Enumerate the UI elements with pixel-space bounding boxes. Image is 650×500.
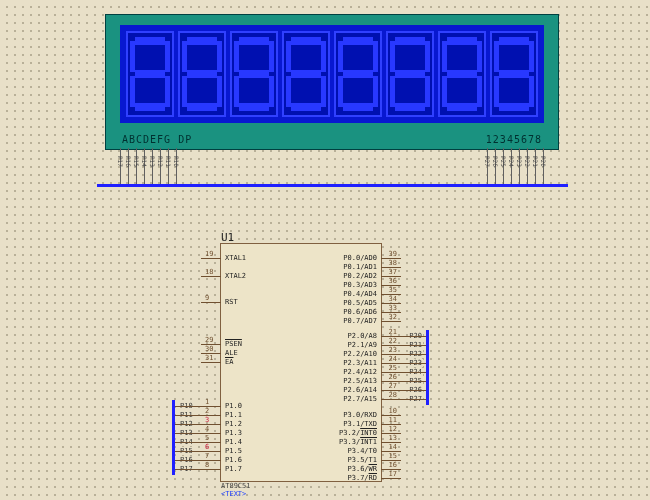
chip-pin-number: 18 <box>205 268 213 276</box>
chip-refdes: U1 <box>221 231 234 244</box>
net-wire <box>173 442 201 443</box>
chip-pin-label: ALE <box>225 349 238 357</box>
chip-pin-label: P0.4/AD4 <box>343 290 377 298</box>
chip-pin-number: 11 <box>389 416 397 424</box>
chip-pin-number: 16 <box>389 461 397 469</box>
display-pin-label: P11 <box>165 156 172 167</box>
chip-pin-number: 19 <box>205 250 213 258</box>
bus-display <box>97 184 568 187</box>
chip-pin-number: 8 <box>205 461 209 469</box>
display-pin-label: P17 <box>117 156 124 167</box>
chip-pin-number: 38 <box>389 259 397 267</box>
chip-pin-number: 24 <box>389 355 397 363</box>
digit-6 <box>386 31 434 117</box>
chip-pin-number: 35 <box>389 286 397 294</box>
chip-pin-label: P0.3/AD3 <box>343 281 377 289</box>
seven-segment-display-module[interactable]: ABCDEFG DP 12345678 <box>105 14 559 150</box>
chip-pin-label: P1.0 <box>225 402 242 410</box>
chip-pin-label: P3.2/INT0 <box>339 429 377 437</box>
chip-pin-number: 5 <box>205 434 209 442</box>
chip-pin-label: P3.0/RXD <box>343 411 377 419</box>
chip-pin-label: P2.1/A9 <box>347 341 377 349</box>
display-pin-label: P25 <box>500 156 507 167</box>
display-pin-label: P22 <box>524 156 531 167</box>
chip-pin-lead <box>201 258 221 259</box>
chip-pin-number: 30 <box>205 345 213 353</box>
chip-pin-number: 32 <box>389 313 397 321</box>
segment-legend: ABCDEFG DP <box>122 134 192 145</box>
net-wire <box>401 336 429 337</box>
digit-2 <box>178 31 226 117</box>
chip-pin-label: P0.6/AD6 <box>343 308 377 316</box>
chip-pin-number: 31 <box>205 354 213 362</box>
chip-pin-lead <box>201 424 221 425</box>
chip-pin-number: 28 <box>389 391 397 399</box>
net-wire <box>401 399 429 400</box>
chip-pin-label: P2.5/A13 <box>343 377 377 385</box>
chip-pin-lead <box>201 276 221 277</box>
net-wire <box>173 451 201 452</box>
digit-3 <box>230 31 278 117</box>
chip-pin-label: P3.5/T1 <box>347 456 377 464</box>
digit-1 <box>126 31 174 117</box>
display-pin-label: P23 <box>516 156 523 167</box>
net-wire <box>173 469 201 470</box>
chip-pin-number: 3 <box>205 416 209 424</box>
chip-pin-lead <box>201 433 221 434</box>
chip-pin-label: P3.7/RD <box>347 474 377 482</box>
display-pin-label: P14 <box>141 156 148 167</box>
chip-pin-label: XTAL1 <box>225 254 246 262</box>
chip-pin-label: RST <box>225 298 238 306</box>
digit-legend: 12345678 <box>486 134 542 145</box>
display-digits <box>120 25 544 123</box>
net-wire <box>401 381 429 382</box>
chip-pin-label: P3.4/T0 <box>347 447 377 455</box>
chip-pin-label: P3.1/TXD <box>343 420 377 428</box>
mcu-chip[interactable]: U1 AT89C51 <TEXT> XTAL119XTAL218RST9PSEN… <box>220 243 382 482</box>
chip-pin-number: 34 <box>389 295 397 303</box>
display-pin-label: P13 <box>149 156 156 167</box>
chip-pin-number: 23 <box>389 346 397 354</box>
chip-pin-label: PSEN <box>225 340 242 348</box>
chip-pin-number: 12 <box>389 425 397 433</box>
chip-pin-label: P2.2/A10 <box>343 350 377 358</box>
display-pin-label: P20 <box>540 156 547 167</box>
chip-pin-label: P2.7/A15 <box>343 395 377 403</box>
display-pin-label: P24 <box>508 156 515 167</box>
net-wire <box>173 424 201 425</box>
chip-pin-number: 13 <box>389 434 397 442</box>
net-wire <box>401 390 429 391</box>
chip-pin-lead <box>201 451 221 452</box>
chip-pin-number: 33 <box>389 304 397 312</box>
chip-text-placeholder: <TEXT> <box>221 490 246 498</box>
chip-pin-number: 36 <box>389 277 397 285</box>
chip-pin-label: EA <box>225 358 233 366</box>
chip-pin-lead <box>201 415 221 416</box>
chip-pin-number: 27 <box>389 382 397 390</box>
display-pin-label: P10 <box>173 156 180 167</box>
chip-pin-label: P3.3/INT1 <box>339 438 377 446</box>
chip-pin-label: P0.2/AD2 <box>343 272 377 280</box>
display-pin-label: P27 <box>484 156 491 167</box>
chip-pin-lead <box>201 469 221 470</box>
chip-pin-label: P2.6/A14 <box>343 386 377 394</box>
chip-pin-lead <box>201 362 221 363</box>
net-wire <box>173 433 201 434</box>
display-pin-label: P16 <box>125 156 132 167</box>
chip-pin-lead <box>201 302 221 303</box>
chip-pin-label: P2.4/A12 <box>343 368 377 376</box>
chip-pin-label: P1.4 <box>225 438 242 446</box>
chip-pin-label: P0.0/AD0 <box>343 254 377 262</box>
display-pin-label: P21 <box>532 156 539 167</box>
net-wire <box>401 363 429 364</box>
chip-pin-label: P0.7/AD7 <box>343 317 377 325</box>
chip-pin-label: P3.6/WR <box>347 465 377 473</box>
chip-pin-number: 10 <box>389 407 397 415</box>
digit-5 <box>334 31 382 117</box>
chip-pin-lead <box>201 460 221 461</box>
chip-pin-number: 25 <box>389 364 397 372</box>
chip-pin-label: P1.2 <box>225 420 242 428</box>
chip-pin-number: 9 <box>205 294 209 302</box>
display-pin-label: P26 <box>492 156 499 167</box>
chip-pin-number: 22 <box>389 337 397 345</box>
